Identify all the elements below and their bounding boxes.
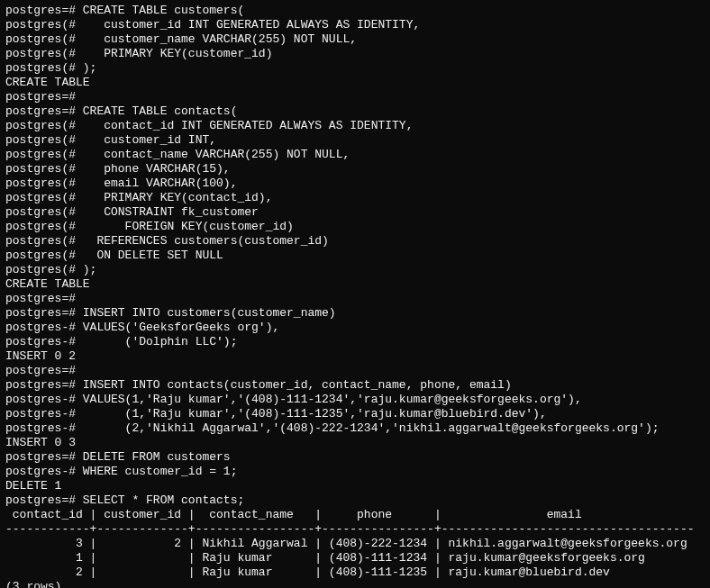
terminal-line: postgres(# REFERENCES customers(customer… xyxy=(5,234,705,249)
terminal-line: postgres=# xyxy=(5,364,705,378)
terminal-line: postgres-# VALUES('GeeksforGeeks org'), xyxy=(5,321,705,335)
terminal-line: postgres=# CREATE TABLE customers( xyxy=(5,4,705,18)
terminal-line: postgres(# FOREIGN KEY(customer_id) xyxy=(5,220,705,234)
terminal-line: postgres(# contact_name VARCHAR(255) NOT… xyxy=(5,148,705,162)
terminal-line: postgres(# CONSTRAINT fk_customer xyxy=(5,205,705,220)
terminal-line: (3 rows) xyxy=(5,580,705,588)
terminal-line: postgres-# VALUES(1,'Raju kumar','(408)-… xyxy=(5,393,705,407)
terminal-line: postgres(# email VARCHAR(100), xyxy=(5,176,705,191)
terminal-line: postgres(# phone VARCHAR(15), xyxy=(5,162,705,176)
terminal-line: 1 | | Raju kumar | (408)-111-1234 | raju… xyxy=(5,551,705,565)
terminal-line: postgres(# customer_name VARCHAR(255) NO… xyxy=(5,32,705,47)
terminal-line: postgres=# xyxy=(5,292,705,306)
terminal-line: postgres(# ); xyxy=(5,61,705,76)
terminal-line: INSERT 0 2 xyxy=(5,349,705,364)
terminal-line: postgres=# xyxy=(5,90,705,104)
terminal-line: 3 | 2 | Nikhil Aggarwal | (408)-222-1234… xyxy=(5,537,705,551)
terminal-line: postgres(# PRIMARY KEY(customer_id) xyxy=(5,47,705,61)
terminal-line: CREATE TABLE xyxy=(5,76,705,90)
terminal-line: postgres(# PRIMARY KEY(contact_id), xyxy=(5,191,705,205)
terminal-line: postgres=# DELETE FROM customers xyxy=(5,450,705,465)
terminal-line: 2 | | Raju kumar | (408)-111-1235 | raju… xyxy=(5,565,705,580)
terminal-line: CREATE TABLE xyxy=(5,277,705,292)
terminal-line: postgres(# contact_id INT GENERATED ALWA… xyxy=(5,119,705,133)
terminal-line: ------------+-------------+-------------… xyxy=(5,522,705,537)
terminal-line: postgres=# INSERT INTO contacts(customer… xyxy=(5,378,705,393)
terminal-line: postgres=# INSERT INTO customers(custome… xyxy=(5,306,705,321)
terminal-line: INSERT 0 3 xyxy=(5,436,705,450)
terminal-line: postgres=# CREATE TABLE contacts( xyxy=(5,104,705,119)
terminal-line: contact_id | customer_id | contact_name … xyxy=(5,508,705,522)
terminal-line: postgres(# customer_id INT, xyxy=(5,133,705,148)
terminal-line: postgres(# ON DELETE SET NULL xyxy=(5,249,705,263)
terminal-line: postgres-# ('Dolphin LLC'); xyxy=(5,335,705,349)
terminal-line: postgres(# customer_id INT GENERATED ALW… xyxy=(5,18,705,32)
terminal-line: DELETE 1 xyxy=(5,479,705,493)
terminal-output: postgres=# CREATE TABLE customers(postgr… xyxy=(0,0,710,588)
terminal-line: postgres=# SELECT * FROM contacts; xyxy=(5,493,705,508)
terminal-line: postgres(# ); xyxy=(5,263,705,277)
terminal-line: postgres-# (1,'Raju kumar','(408)-111-12… xyxy=(5,407,705,421)
terminal-line: postgres-# WHERE customer_id = 1; xyxy=(5,465,705,479)
terminal-line: postgres-# (2,'Nikhil Aggarwal','(408)-2… xyxy=(5,421,705,436)
